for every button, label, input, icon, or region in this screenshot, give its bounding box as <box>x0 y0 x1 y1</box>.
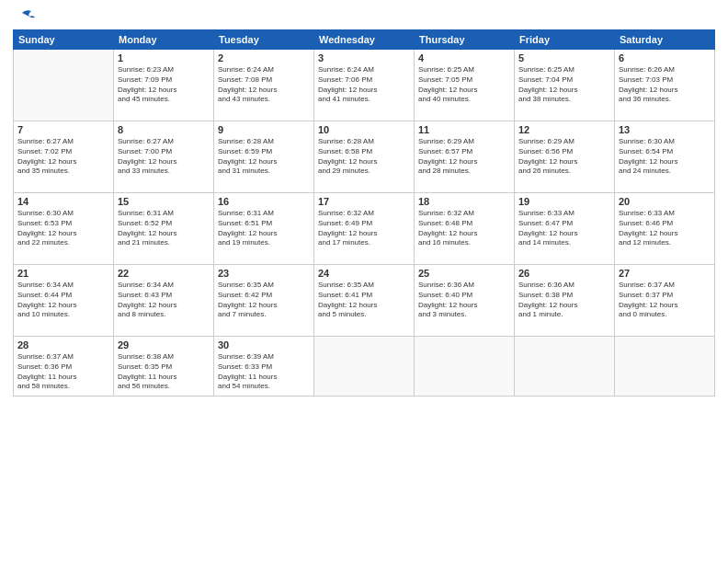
day-info: Sunrise: 6:33 AMSunset: 6:47 PMDaylight:… <box>518 209 610 248</box>
day-number: 29 <box>118 339 210 350</box>
day-info: Sunrise: 6:34 AMSunset: 6:44 PMDaylight:… <box>17 281 109 320</box>
calendar-cell: 16Sunrise: 6:31 AMSunset: 6:51 PMDayligh… <box>214 193 314 265</box>
calendar-week-row: 7Sunrise: 6:27 AMSunset: 7:02 PMDaylight… <box>14 121 715 193</box>
calendar-cell: 14Sunrise: 6:30 AMSunset: 6:53 PMDayligh… <box>14 193 114 265</box>
day-info: Sunrise: 6:33 AMSunset: 6:46 PMDaylight:… <box>619 209 711 248</box>
calendar-week-row: 14Sunrise: 6:30 AMSunset: 6:53 PMDayligh… <box>14 193 715 265</box>
day-info: Sunrise: 6:23 AMSunset: 7:09 PMDaylight:… <box>118 65 210 105</box>
day-number: 5 <box>518 52 610 63</box>
day-info: Sunrise: 6:31 AMSunset: 6:52 PMDaylight:… <box>118 209 210 248</box>
day-info: Sunrise: 6:34 AMSunset: 6:43 PMDaylight:… <box>118 281 210 320</box>
day-info: Sunrise: 6:25 AMSunset: 7:05 PMDaylight:… <box>418 65 510 105</box>
day-info: Sunrise: 6:28 AMSunset: 6:59 PMDaylight:… <box>218 137 310 177</box>
calendar-cell: 22Sunrise: 6:34 AMSunset: 6:43 PMDayligh… <box>114 265 214 337</box>
day-info: Sunrise: 6:24 AMSunset: 7:08 PMDaylight:… <box>218 65 310 105</box>
calendar-cell: 28Sunrise: 6:37 AMSunset: 6:36 PMDayligh… <box>14 337 114 396</box>
calendar-cell: 21Sunrise: 6:34 AMSunset: 6:44 PMDayligh… <box>14 265 114 337</box>
day-info: Sunrise: 6:27 AMSunset: 7:00 PMDaylight:… <box>118 137 210 177</box>
calendar-cell: 8Sunrise: 6:27 AMSunset: 7:00 PMDaylight… <box>114 121 214 193</box>
day-number: 15 <box>118 196 210 207</box>
day-of-week-header: Thursday <box>415 30 515 50</box>
day-number: 9 <box>218 124 310 135</box>
day-info: Sunrise: 6:26 AMSunset: 7:03 PMDaylight:… <box>619 65 711 105</box>
calendar-table: SundayMondayTuesdayWednesdayThursdayFrid… <box>13 29 715 396</box>
day-info: Sunrise: 6:35 AMSunset: 6:41 PMDaylight:… <box>318 281 410 320</box>
calendar-cell: 30Sunrise: 6:39 AMSunset: 6:33 PMDayligh… <box>214 337 314 396</box>
calendar-cell: 26Sunrise: 6:36 AMSunset: 6:38 PMDayligh… <box>515 265 615 337</box>
calendar-cell: 27Sunrise: 6:37 AMSunset: 6:37 PMDayligh… <box>615 265 715 337</box>
calendar-week-row: 28Sunrise: 6:37 AMSunset: 6:36 PMDayligh… <box>14 337 715 396</box>
day-number: 8 <box>118 124 210 135</box>
day-info: Sunrise: 6:29 AMSunset: 6:57 PMDaylight:… <box>418 137 510 177</box>
day-of-week-header: Saturday <box>615 30 715 50</box>
day-info: Sunrise: 6:36 AMSunset: 6:40 PMDaylight:… <box>418 281 510 320</box>
day-number: 6 <box>619 52 711 63</box>
calendar-cell: 23Sunrise: 6:35 AMSunset: 6:42 PMDayligh… <box>214 265 314 337</box>
day-info: Sunrise: 6:39 AMSunset: 6:33 PMDaylight:… <box>218 352 310 392</box>
day-number: 7 <box>17 124 109 135</box>
calendar-cell <box>415 337 515 396</box>
logo-bird-icon <box>15 9 35 26</box>
day-number: 10 <box>318 124 410 135</box>
calendar-cell <box>314 337 415 396</box>
day-of-week-header: Sunday <box>14 30 114 50</box>
day-info: Sunrise: 6:32 AMSunset: 6:48 PMDaylight:… <box>418 209 510 248</box>
calendar-week-row: 1Sunrise: 6:23 AMSunset: 7:09 PMDaylight… <box>14 50 715 121</box>
calendar-container: SundayMondayTuesdayWednesdayThursdayFrid… <box>0 0 728 563</box>
day-of-week-header: Friday <box>515 30 615 50</box>
day-number: 25 <box>418 268 510 279</box>
day-number: 24 <box>318 268 410 279</box>
calendar-cell: 20Sunrise: 6:33 AMSunset: 6:46 PMDayligh… <box>615 193 715 265</box>
day-info: Sunrise: 6:30 AMSunset: 6:53 PMDaylight:… <box>17 209 109 248</box>
calendar-cell <box>515 337 615 396</box>
header <box>13 9 715 22</box>
calendar-cell: 5Sunrise: 6:25 AMSunset: 7:04 PMDaylight… <box>515 50 615 121</box>
day-number: 20 <box>619 196 711 207</box>
day-number: 23 <box>218 268 310 279</box>
day-info: Sunrise: 6:37 AMSunset: 6:37 PMDaylight:… <box>619 281 711 320</box>
day-number: 19 <box>518 196 610 207</box>
day-of-week-header: Monday <box>114 30 214 50</box>
day-info: Sunrise: 6:38 AMSunset: 6:35 PMDaylight:… <box>118 352 210 392</box>
day-number: 11 <box>418 124 510 135</box>
calendar-cell <box>14 50 114 121</box>
day-number: 26 <box>518 268 610 279</box>
calendar-week-row: 21Sunrise: 6:34 AMSunset: 6:44 PMDayligh… <box>14 265 715 337</box>
calendar-cell: 4Sunrise: 6:25 AMSunset: 7:05 PMDaylight… <box>415 50 515 121</box>
day-number: 13 <box>619 124 711 135</box>
day-info: Sunrise: 6:37 AMSunset: 6:36 PMDaylight:… <box>17 352 109 392</box>
day-number: 14 <box>17 196 109 207</box>
day-info: Sunrise: 6:30 AMSunset: 6:54 PMDaylight:… <box>619 137 711 177</box>
calendar-cell: 11Sunrise: 6:29 AMSunset: 6:57 PMDayligh… <box>415 121 515 193</box>
day-number: 28 <box>17 339 109 350</box>
day-number: 18 <box>418 196 510 207</box>
day-number: 27 <box>619 268 711 279</box>
calendar-cell <box>615 337 715 396</box>
calendar-cell: 25Sunrise: 6:36 AMSunset: 6:40 PMDayligh… <box>415 265 515 337</box>
calendar-cell: 29Sunrise: 6:38 AMSunset: 6:35 PMDayligh… <box>114 337 214 396</box>
calendar-cell: 1Sunrise: 6:23 AMSunset: 7:09 PMDaylight… <box>114 50 214 121</box>
day-info: Sunrise: 6:31 AMSunset: 6:51 PMDaylight:… <box>218 209 310 248</box>
calendar-header-row: SundayMondayTuesdayWednesdayThursdayFrid… <box>14 30 715 50</box>
logo <box>13 9 35 22</box>
day-of-week-header: Tuesday <box>214 30 314 50</box>
day-number: 22 <box>118 268 210 279</box>
calendar-cell: 18Sunrise: 6:32 AMSunset: 6:48 PMDayligh… <box>415 193 515 265</box>
calendar-cell: 2Sunrise: 6:24 AMSunset: 7:08 PMDaylight… <box>214 50 314 121</box>
day-info: Sunrise: 6:35 AMSunset: 6:42 PMDaylight:… <box>218 281 310 320</box>
calendar-cell: 17Sunrise: 6:32 AMSunset: 6:49 PMDayligh… <box>314 193 415 265</box>
calendar-cell: 9Sunrise: 6:28 AMSunset: 6:59 PMDaylight… <box>214 121 314 193</box>
calendar-cell: 7Sunrise: 6:27 AMSunset: 7:02 PMDaylight… <box>14 121 114 193</box>
day-info: Sunrise: 6:28 AMSunset: 6:58 PMDaylight:… <box>318 137 410 177</box>
calendar-cell: 24Sunrise: 6:35 AMSunset: 6:41 PMDayligh… <box>314 265 415 337</box>
calendar-cell: 3Sunrise: 6:24 AMSunset: 7:06 PMDaylight… <box>314 50 415 121</box>
calendar-cell: 12Sunrise: 6:29 AMSunset: 6:56 PMDayligh… <box>515 121 615 193</box>
day-number: 3 <box>318 52 410 63</box>
day-number: 1 <box>118 52 210 63</box>
calendar-cell: 19Sunrise: 6:33 AMSunset: 6:47 PMDayligh… <box>515 193 615 265</box>
day-number: 21 <box>17 268 109 279</box>
day-number: 16 <box>218 196 310 207</box>
day-number: 4 <box>418 52 510 63</box>
day-number: 2 <box>218 52 310 63</box>
day-info: Sunrise: 6:32 AMSunset: 6:49 PMDaylight:… <box>318 209 410 248</box>
